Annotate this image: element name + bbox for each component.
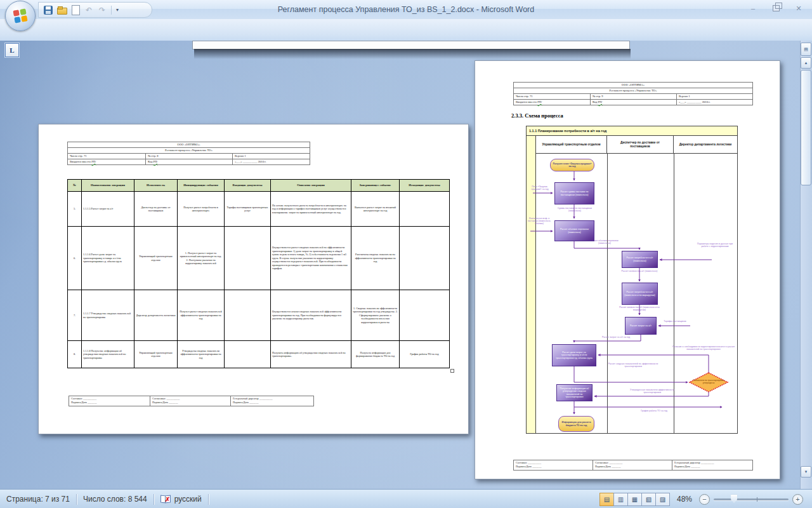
code-cell: Код РП/ — [591, 99, 677, 105]
operation-box-4: Расчет потребности в а/т (помесячно и по… — [622, 283, 658, 305]
end-event-shape: Информация для расчета бюджета ТО на год — [558, 416, 594, 432]
operation-box-5: Расчет затрат на а/т — [625, 317, 657, 335]
operation-box-7: Получение информации об утверждении свод… — [556, 384, 593, 401]
redo-icon[interactable]: ↷ — [98, 6, 107, 15]
page-number: № стр. 8 — [146, 153, 233, 159]
draft-view-button[interactable]: ▨ — [655, 493, 670, 506]
replaces-cell: Вводится вместо РП/ — [68, 159, 146, 164]
new-document-icon[interactable] — [72, 5, 80, 15]
cell-outgoing — [400, 227, 450, 290]
cell-num: 8. — [68, 341, 82, 368]
table-row: 6.1.1.1.6 Расчет доли затрат на транспор… — [68, 227, 450, 290]
minimize-button[interactable]: – — [745, 3, 761, 13]
open-icon[interactable] — [57, 8, 67, 15]
page-header-table: ООО «ОПТИМА» Регламент процесса «Управле… — [67, 142, 310, 165]
process-flowchart: 1.1.1 Планирование потребности в а/т на … — [526, 126, 738, 434]
replaces-code: РП/ — [91, 160, 96, 163]
ruler-toggle-button[interactable]: ▤ — [801, 43, 811, 56]
director-cell: Генеральный директор __________Подпись/Д… — [231, 396, 314, 406]
table-row: 7.1.1.1.7 Утверждение сводных показателе… — [68, 290, 450, 341]
print-layout-view-button[interactable]: ▤ — [599, 493, 614, 506]
table-row: 5.1.1.1.5 Расчет затрат на а/тДиспетчер … — [68, 192, 450, 227]
col-completing: Завершающее событие — [351, 180, 400, 192]
cell-incoming: Тарифы поставщиков транспортных услуг — [225, 192, 271, 227]
quick-access-toolbar: ↶ ↷ ▾ — [38, 2, 152, 18]
previous-page-edge — [192, 41, 629, 60]
operation-box-2: Расчет объемов перевозок (помесячно) — [554, 220, 594, 241]
scroll-down-button[interactable]: ▼ — [801, 466, 811, 478]
cell-incoming — [225, 341, 271, 368]
status-bar: Страница: 7 из 71 Число слов: 8 544 ✗ ру… — [0, 489, 812, 508]
page-indicator[interactable]: Страница: 7 из 71 — [0, 495, 76, 504]
cell-incoming — [225, 290, 271, 341]
cell-name: 1.1.1.6 Расчет доли затрат на транспорти… — [82, 227, 134, 290]
qat-separator — [111, 6, 112, 15]
zoom-in-button[interactable]: + — [792, 494, 803, 505]
customize-qat-button[interactable]: ▾ — [116, 8, 119, 12]
cell-name: 1.1.1.7 Утверждение сводных показателей … — [82, 290, 134, 341]
cell-incoming — [225, 227, 271, 290]
regulation-title: Регламент процесса «Управление ТО» — [514, 88, 753, 93]
outline-view-button[interactable]: ▧ — [641, 493, 656, 506]
cell-initiating: 1. Получен расчет затрат на привлеченный… — [178, 227, 225, 290]
word-count[interactable]: Число слов: 8 544 — [77, 495, 154, 504]
table-resize-handle[interactable] — [450, 369, 454, 373]
col-name: Наименование операции — [82, 180, 134, 192]
undo-icon[interactable]: ↶ — [84, 6, 93, 15]
pages-count: Число стр. 71 — [68, 153, 146, 159]
zoom-slider-track[interactable] — [714, 498, 789, 500]
statusbar-right-cluster: ▤ ▥ ▦ ▧ ▨ 48% − + — [600, 490, 803, 508]
col-num: № — [68, 180, 82, 192]
col-incoming: Входящие документы — [225, 180, 271, 192]
page-shadow — [194, 49, 631, 59]
web-layout-view-button[interactable]: ▦ — [627, 493, 642, 506]
cell-executor: Диспетчер по доставке от поставщиков — [134, 192, 178, 227]
date-cell: «___» __________ 2010 г. — [677, 99, 753, 105]
save-icon[interactable] — [44, 6, 53, 15]
scrollbar-thumb[interactable] — [801, 70, 811, 185]
full-screen-reading-view-button[interactable]: ▥ — [613, 493, 628, 506]
zoom-out-button[interactable]: − — [699, 494, 710, 505]
zoom-slider[interactable] — [714, 495, 789, 504]
cell-initiating: Утверждены сводные показатели эффективно… — [178, 341, 225, 368]
page-header-table: ООО «ОПТИМА» Регламент процесса «Управле… — [513, 82, 753, 105]
office-logo-blue-square — [14, 17, 20, 23]
restore-button[interactable] — [768, 3, 784, 13]
cell-executor: Управляющий транспортным отделом — [134, 341, 178, 368]
document-page-right: ООО «ОПТИМА» Регламент процесса «Управле… — [475, 60, 780, 479]
cell-outgoing: График работы ТО на год — [400, 341, 450, 368]
cell-num: 5. — [68, 192, 82, 227]
cell-description: Осуществляется расчет сводных показателе… — [271, 227, 351, 290]
cell-description: Получить информацию об утверждении сводн… — [271, 341, 351, 368]
operations-tbody: 5.1.1.1.5 Расчет затрат на а/тДиспетчер … — [68, 192, 450, 368]
cell-description: На основе полученного расчета потребност… — [271, 192, 351, 227]
cell-completing: Рассчитаны сводные показатели по эффекти… — [351, 227, 400, 290]
restore-icon — [773, 5, 780, 11]
spellcheck-status[interactable]: ✗ русский — [154, 495, 208, 504]
cell-executor: Директор департамента логистики — [134, 290, 178, 341]
close-button[interactable]: ✕ — [790, 3, 807, 13]
page-number: № стр. 9 — [591, 93, 677, 99]
replaces-cell: Вводится вместо РП/ — [514, 99, 591, 105]
company-name: ООО «ОПТИМА» — [514, 83, 753, 88]
cell-completing: 1. Сводные показатели эффективности тран… — [351, 290, 400, 341]
tab-selector-button[interactable]: L — [5, 43, 19, 57]
scroll-up-button[interactable]: ▲ — [801, 57, 811, 69]
start-event-shape: Получен план «Закупки-продажи» на год — [550, 159, 594, 171]
replaces-code: РП/ — [537, 100, 542, 104]
company-name: ООО «ОПТИМА» — [68, 142, 310, 148]
col-description: Описание операции — [271, 180, 351, 192]
signature-table: Составил: __________Подпись/Дата _______… — [69, 396, 314, 406]
language-indicator[interactable]: русский — [174, 495, 202, 504]
zoom-slider-marker[interactable] — [731, 495, 737, 504]
zoom-level[interactable]: 48% — [674, 495, 695, 504]
col-executor: Исполнитель — [134, 180, 178, 192]
office-logo-green-square — [20, 8, 26, 15]
office-logo-orange-square — [21, 15, 27, 22]
cell-name: 1.1.1.8 Получение информации об утвержде… — [82, 341, 134, 368]
office-button[interactable] — [5, 1, 36, 31]
document-workspace: L ООО «ОПТИМА» Регламент процесса «Управ… — [0, 41, 812, 489]
operations-header-row: № Наименование операции Исполнитель Иниц… — [68, 180, 450, 192]
composed-cell: Составил: __________Подпись/Дата _______ — [69, 396, 150, 406]
view-shortcuts: ▤ ▥ ▦ ▧ ▨ — [600, 493, 670, 506]
